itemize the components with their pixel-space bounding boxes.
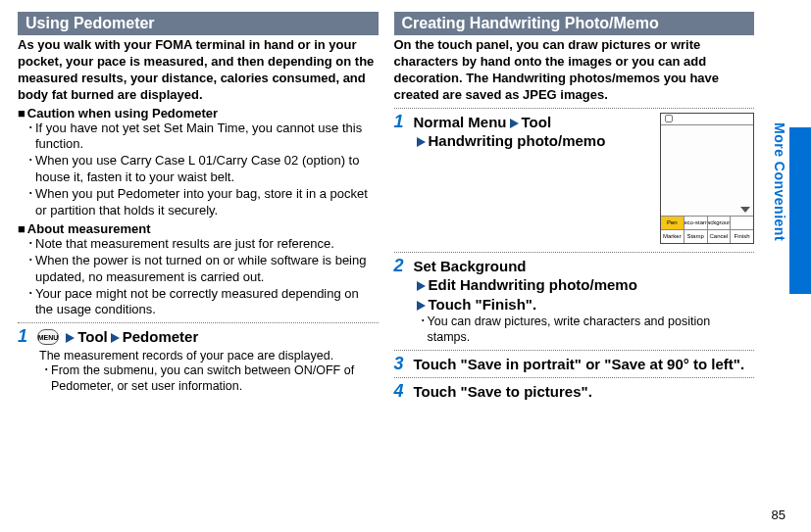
thumb-tab-background: Background <box>708 217 732 229</box>
arrow-icon <box>417 137 426 147</box>
status-icon <box>665 115 673 122</box>
arrow-icon <box>66 333 75 343</box>
thumb-tab-marker: Marker <box>661 230 684 243</box>
about-list: Note that measurement results are just f… <box>18 236 379 318</box>
step-number: 1 <box>18 327 31 394</box>
divider <box>18 322 379 323</box>
step-3: 3 Touch "Save in portrait" or "Save at 9… <box>394 355 755 374</box>
divider <box>394 377 755 378</box>
arrow-icon <box>510 119 519 128</box>
step2-line2: Edit Handwriting photo/memo <box>429 276 637 293</box>
thumb-tab-pen: Pen <box>661 217 684 229</box>
list-item: If you have not yet set Set Main Time, y… <box>27 121 379 154</box>
divider <box>394 252 755 253</box>
thumb-tab-cancel: Cancel <box>708 230 732 243</box>
divider <box>394 108 755 109</box>
step-number: 2 <box>394 257 408 346</box>
list-item: When you put Pedometer into your bag, st… <box>27 186 379 219</box>
step-number: 4 <box>394 382 408 402</box>
step2-line3: Touch "Finish". <box>429 296 537 313</box>
arrow-icon <box>417 301 426 311</box>
side-tab <box>789 127 811 294</box>
caution-heading: Caution when using Pedometer <box>18 106 379 121</box>
thumb-row-2: Marker Stamp Cancel Finish <box>661 229 753 243</box>
thumb-statusbar <box>661 114 753 125</box>
list-item: When you use Carry Case L 01/Carry Case … <box>27 153 379 186</box>
thumb-canvas <box>661 125 753 216</box>
nav-tool: Tool <box>77 328 108 345</box>
arrow-icon <box>111 333 120 343</box>
about-heading: About measurement <box>18 221 379 236</box>
left-column: Using Pedometer As you walk with your FO… <box>18 12 379 404</box>
nav-tool: Tool <box>522 114 552 130</box>
side-label: More Convenient <box>772 122 787 241</box>
section-header-handwriting: Creating Handwriting Photo/Memo <box>394 12 755 35</box>
list-item: Note that measurement results are just f… <box>27 236 379 253</box>
caution-list: If you have not yet set Set Main Time, y… <box>18 121 379 219</box>
step-sub: You can draw pictures, write characters … <box>414 314 755 346</box>
list-item: Your pace might not be correctly measure… <box>27 286 379 319</box>
step-desc: The measurement records of your pace are… <box>37 349 379 363</box>
thumb-tab-finish: Finish <box>731 230 753 243</box>
step-number: 1 <box>394 113 408 248</box>
thumb-tab-decostamp: Deco-stamp <box>684 217 708 229</box>
nav-pedometer: Pedometer <box>123 328 199 345</box>
step-4: 4 Touch "Save to pictures". <box>394 382 755 402</box>
arrow-icon <box>417 281 426 291</box>
thumb-tab-blank <box>731 217 753 229</box>
handwriting-intro: On the touch panel, you can draw picture… <box>394 37 755 104</box>
screen-thumbnail: Pen Deco-stamp Background Marker Stamp C… <box>660 113 754 244</box>
right-column: Creating Handwriting Photo/Memo On the t… <box>394 12 794 404</box>
step-title: Touch "Save to pictures". <box>414 382 755 402</box>
nav-normal-menu: Normal Menu <box>414 114 507 130</box>
step-number: 3 <box>394 355 408 374</box>
step2-line1: Set Background <box>414 258 527 274</box>
step-title: Set Background Edit Handwriting photo/me… <box>414 257 755 314</box>
step-title: Touch "Save in portrait" or "Save at 90°… <box>414 355 755 374</box>
step-pedometer: 1 MENU ToolPedometer The measurement rec… <box>18 327 379 394</box>
list-item: When the power is not turned on or while… <box>27 253 379 286</box>
step-1: 1 Pen Deco-stamp Background <box>394 113 755 248</box>
step-2: 2 Set Background Edit Handwriting photo/… <box>394 257 755 346</box>
thumb-tab-stamp: Stamp <box>684 230 708 243</box>
step-sub: From the submenu, you can switch between… <box>37 363 379 395</box>
pedometer-intro: As you walk with your FOMA terminal in h… <box>18 37 379 104</box>
section-header-pedometer: Using Pedometer <box>18 12 379 35</box>
page-number: 85 <box>772 508 786 522</box>
nav-handwriting: Handwriting photo/memo <box>429 132 606 149</box>
thumb-row-1: Pen Deco-stamp Background <box>661 216 753 229</box>
menu-icon: MENU <box>37 329 59 345</box>
step-title: MENU ToolPedometer <box>37 327 379 347</box>
scroll-arrow-icon <box>740 207 750 213</box>
divider <box>394 350 755 351</box>
